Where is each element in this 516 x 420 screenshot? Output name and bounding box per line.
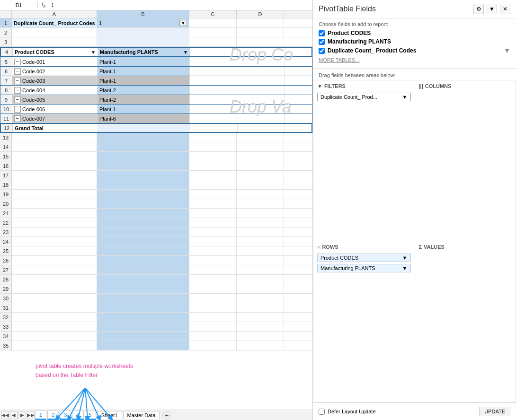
cell[interactable]	[189, 322, 237, 331]
cell[interactable]	[190, 67, 237, 76]
col-header-a[interactable]: A	[12, 10, 97, 18]
cell[interactable]	[12, 341, 97, 350]
cell[interactable]	[237, 237, 284, 246]
cell[interactable]	[97, 37, 189, 46]
collapse-btn[interactable]: −	[14, 96, 21, 103]
panel-settings-btn[interactable]: ⚙	[473, 4, 484, 14]
collapse-btn[interactable]: −	[14, 59, 21, 65]
cell[interactable]	[97, 171, 189, 180]
collapse-btn[interactable]: −	[14, 115, 21, 122]
cell[interactable]	[12, 313, 97, 322]
cell[interactable]	[237, 209, 284, 218]
cell[interactable]	[12, 37, 97, 46]
cell[interactable]	[237, 171, 284, 180]
cell-plant[interactable]: Plant-1	[98, 105, 190, 114]
cell[interactable]	[189, 303, 237, 312]
cell[interactable]	[12, 228, 97, 236]
cell[interactable]	[237, 190, 284, 199]
cell[interactable]	[237, 332, 284, 341]
name-box[interactable]: B1	[0, 2, 38, 8]
cell[interactable]	[189, 152, 237, 161]
rows-pill-arrow-1[interactable]: ▼	[402, 255, 408, 261]
cell[interactable]	[12, 284, 97, 293]
cell-code[interactable]: −Code-001	[12, 57, 98, 66]
cell[interactable]	[237, 303, 284, 312]
cell[interactable]	[12, 190, 97, 199]
rows-pill-product-codes[interactable]: Product CODES ▼	[317, 254, 411, 262]
cell[interactable]	[190, 57, 237, 66]
cell-plant[interactable]: Plant-1	[98, 57, 190, 66]
cell[interactable]	[237, 180, 284, 189]
cell[interactable]	[237, 57, 285, 66]
cell[interactable]	[97, 246, 189, 255]
cell[interactable]	[12, 322, 97, 331]
sheet-nav-prev[interactable]: ◀	[10, 411, 18, 419]
cell[interactable]	[97, 303, 189, 312]
cell[interactable]	[237, 294, 284, 303]
cell[interactable]	[237, 152, 284, 161]
cell[interactable]	[12, 199, 97, 208]
collapse-btn[interactable]: −	[14, 106, 21, 113]
cell[interactable]	[189, 28, 237, 37]
add-sheet-button[interactable]: +	[162, 411, 171, 420]
cell[interactable]	[12, 28, 97, 37]
cell[interactable]	[238, 124, 285, 132]
col-header-d[interactable]: D	[237, 10, 284, 18]
filter-pill-arrow[interactable]: ▼	[402, 94, 408, 100]
cell[interactable]	[189, 341, 237, 350]
cell[interactable]	[97, 284, 189, 293]
cell[interactable]	[12, 180, 97, 189]
cell[interactable]	[97, 152, 189, 161]
cell[interactable]	[12, 246, 97, 255]
cell[interactable]	[97, 294, 189, 303]
cell[interactable]	[237, 67, 285, 76]
field-checkbox-manufacturing-plants[interactable]	[319, 39, 325, 45]
cell[interactable]	[97, 209, 189, 218]
cell[interactable]	[97, 237, 189, 246]
filter-icon-b[interactable]: ▼	[183, 50, 188, 55]
cell[interactable]	[237, 86, 285, 95]
cell[interactable]	[190, 86, 237, 95]
cell[interactable]	[12, 218, 97, 227]
cell[interactable]	[97, 256, 189, 265]
cell[interactable]	[97, 199, 189, 208]
cell[interactable]	[97, 275, 189, 284]
cell[interactable]	[190, 114, 237, 123]
cell-code[interactable]: −Code-007	[12, 114, 98, 123]
collapse-btn[interactable]: −	[14, 78, 21, 84]
cell-plant[interactable]: Plant-1	[98, 76, 190, 85]
cell[interactable]	[97, 142, 189, 151]
cell-plant[interactable]: Plant-2	[98, 86, 190, 95]
cell-code[interactable]: −Code-005	[12, 95, 98, 104]
cell-code[interactable]: −Code-006	[12, 105, 98, 114]
cell[interactable]	[237, 105, 285, 114]
panel-close-btn[interactable]: ✕	[500, 4, 510, 14]
cell[interactable]	[189, 265, 237, 274]
cell[interactable]	[97, 332, 189, 341]
cell-plant[interactable]: Plant-1	[98, 67, 190, 76]
cell[interactable]	[97, 265, 189, 274]
cell[interactable]	[189, 275, 237, 284]
field-checkbox-duplicate-count[interactable]	[319, 48, 325, 54]
cell[interactable]	[237, 218, 284, 227]
cell[interactable]	[189, 294, 237, 303]
cell[interactable]	[12, 209, 97, 218]
cell-1a[interactable]: Duplicate Count_ Product Codes	[12, 18, 97, 27]
filter-pill[interactable]: Duplicate Count_ Prod... ▼	[317, 93, 411, 101]
collapse-btn[interactable]: −	[14, 68, 21, 75]
cell[interactable]	[237, 256, 284, 265]
cell[interactable]	[12, 265, 97, 274]
cell-code[interactable]: −Code-002	[12, 67, 98, 76]
cell[interactable]	[237, 313, 284, 322]
cell-plant[interactable]: Plant-6	[98, 114, 190, 123]
cell[interactable]	[237, 246, 284, 255]
cell[interactable]	[237, 114, 285, 123]
cell[interactable]	[237, 265, 284, 274]
cell[interactable]	[12, 161, 97, 170]
cell[interactable]	[189, 142, 237, 151]
cell[interactable]	[189, 218, 237, 227]
cell[interactable]	[97, 322, 189, 331]
cell[interactable]	[97, 28, 189, 37]
cell[interactable]	[97, 313, 189, 322]
cell[interactable]	[190, 95, 237, 104]
